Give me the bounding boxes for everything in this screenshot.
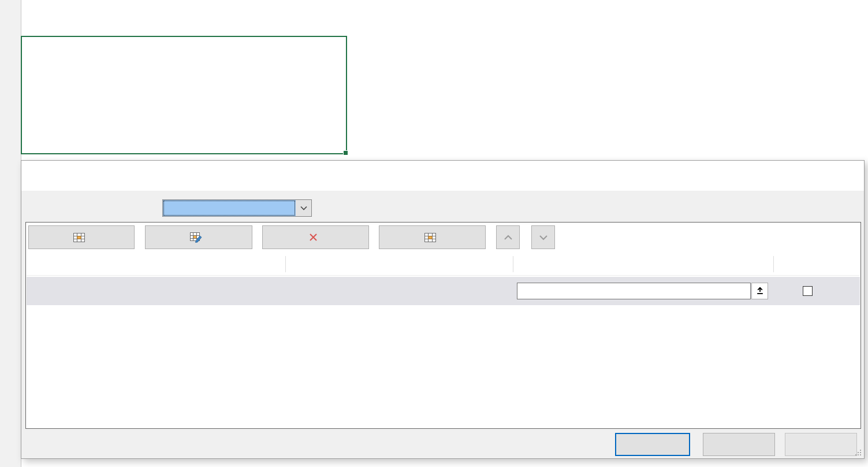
format-preview <box>290 281 508 302</box>
table-icon <box>73 233 85 242</box>
column-divider <box>773 256 774 272</box>
delete-rule-button[interactable] <box>262 225 369 249</box>
row-header-column <box>0 0 21 467</box>
rules-panel <box>25 222 861 429</box>
apply-button[interactable] <box>785 433 857 456</box>
sheet-bottom-strip <box>21 459 868 467</box>
chevron-down-icon <box>296 200 311 216</box>
chevron-down-icon <box>539 235 548 240</box>
chevron-up-icon <box>504 235 513 240</box>
spreadsheet <box>0 0 868 160</box>
close-button[interactable] <box>703 433 775 456</box>
column-divider <box>285 256 286 272</box>
rule-list-header <box>27 253 860 276</box>
cf-rules-manager-dialog <box>21 160 865 459</box>
table-pencil-icon <box>190 232 203 243</box>
move-rule-down-button[interactable] <box>531 225 555 249</box>
collapse-dialog-icon <box>756 287 764 295</box>
table-icon <box>424 233 436 242</box>
resize-grip-icon[interactable] <box>854 448 862 456</box>
stop-if-true-checkbox[interactable] <box>803 286 813 296</box>
close-icon[interactable] <box>831 168 852 184</box>
red-x-icon <box>309 233 318 242</box>
help-icon[interactable] <box>785 168 806 184</box>
edit-rule-button[interactable] <box>145 225 252 249</box>
show-rules-dropdown[interactable] <box>162 199 312 217</box>
dialog-titlebar <box>21 161 864 191</box>
dropdown-value <box>163 200 296 216</box>
rule-row[interactable] <box>27 277 860 305</box>
ok-button[interactable] <box>615 433 690 456</box>
column-divider <box>513 256 513 272</box>
new-rule-button[interactable] <box>28 225 135 249</box>
duplicate-rule-button[interactable] <box>379 225 486 249</box>
move-rule-up-button[interactable] <box>496 225 520 249</box>
range-picker-button[interactable] <box>751 283 768 299</box>
applies-to-input[interactable] <box>517 283 751 299</box>
sheet-data-rows <box>21 36 347 154</box>
